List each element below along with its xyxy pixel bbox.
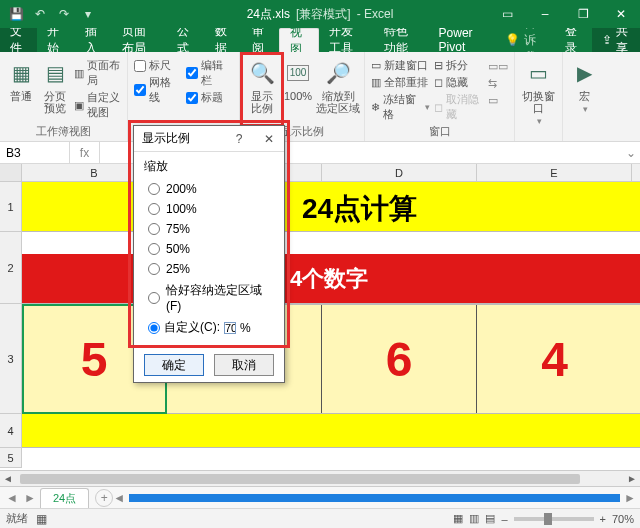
dialog-ok-button[interactable]: 确定 <box>144 354 204 376</box>
tab-data[interactable]: 数据 <box>205 28 242 52</box>
scroll-left-icon[interactable]: ◄ <box>0 471 16 486</box>
row-2[interactable]: 2 <box>0 232 22 304</box>
chk-gridlines[interactable]: 网格线 <box>134 75 182 105</box>
zoom-opt-25[interactable]: 25% <box>144 259 274 279</box>
close-button[interactable]: ✕ <box>602 0 640 28</box>
group-workbook-views: ▦普通 ▤分页 预览 ▥ 页面布局 ▣ 自定义视图 工作簿视图 <box>0 52 128 141</box>
view-pagelayout-button[interactable]: ▥ 页面布局 <box>74 58 121 88</box>
chk-headings[interactable]: 标题 <box>186 90 234 105</box>
fx-button[interactable]: fx <box>70 142 100 163</box>
chk-ruler[interactable]: 标尺 <box>134 58 182 73</box>
sheet-scrollbar[interactable] <box>129 494 620 502</box>
scroll-left-small[interactable]: ◄ <box>113 491 125 505</box>
macros-button[interactable]: ▶宏 <box>569 56 599 114</box>
tell-me[interactable]: 💡告诉我 <box>495 28 555 52</box>
group-window: ▭ 新建窗口 ▥ 全部重排 ❄ 冻结窗格 ⊟ 拆分 ◻ 隐藏 ◻ 取消隐藏 ▭▭… <box>365 52 515 141</box>
tab-formula[interactable]: 公式 <box>167 28 204 52</box>
row-4[interactable]: 4 <box>0 414 22 448</box>
dialog-titlebar[interactable]: 显示比例 ? ✕ <box>134 126 284 152</box>
maximize-button[interactable]: ❐ <box>564 0 602 28</box>
scroll-right-icon[interactable]: ► <box>624 471 640 486</box>
qat-more-icon[interactable]: ▾ <box>78 4 98 24</box>
formula-bar: B3 fx ⌄ <box>0 142 640 164</box>
zoom-opt-75[interactable]: 75% <box>144 219 274 239</box>
sheet-tab-1[interactable]: 24点 <box>40 488 89 508</box>
tab-file[interactable]: 文件 <box>0 28 37 52</box>
zoom-dialog: 显示比例 ? ✕ 缩放 200% 100% 75% 50% 25% 恰好容纳选定… <box>133 125 285 383</box>
doc-name: 24点.xls <box>247 6 290 23</box>
zoom-opt-custom[interactable]: 自定义(C): % <box>144 316 274 339</box>
tab-home[interactable]: 开始 <box>37 28 74 52</box>
dialog-cancel-button[interactable]: 取消 <box>214 354 274 376</box>
window-title: 24点.xls [兼容模式] - Excel <box>247 6 394 23</box>
zoom-100-button[interactable]: 100100% <box>282 56 314 114</box>
status-ready: 就绪 <box>6 511 28 526</box>
row-3[interactable]: 3 <box>0 304 22 414</box>
switch-window-button[interactable]: ▭切换窗口 <box>521 56 556 126</box>
zoom-opt-fit[interactable]: 恰好容纳选定区域(F) <box>144 279 274 316</box>
chk-formulabar[interactable]: 编辑栏 <box>186 58 234 88</box>
compat-mode: [兼容模式] <box>296 6 351 23</box>
group-label-window: 窗口 <box>371 124 508 141</box>
worksheet-grid[interactable]: 1 2 3 4 5 5 1 6 4 24点计算 4个数字 <box>0 182 640 470</box>
row-1[interactable]: 1 <box>0 182 22 232</box>
dialog-close-button[interactable]: ✕ <box>254 126 284 152</box>
name-box[interactable]: B3 <box>0 142 70 163</box>
view-pagelayout-icon[interactable]: ▥ <box>469 512 479 525</box>
split-button[interactable]: ⊟ 拆分 <box>434 58 484 73</box>
group-macros: ▶宏 <box>563 52 603 141</box>
ribbon-options-icon[interactable]: ▭ <box>488 0 526 28</box>
save-icon[interactable]: 💾 <box>6 4 26 24</box>
num-cell-4[interactable]: 4 <box>477 305 632 413</box>
zoom-out-button[interactable]: – <box>501 513 507 525</box>
scroll-right-small[interactable]: ► <box>624 491 636 505</box>
dialog-help-button[interactable]: ? <box>224 126 254 152</box>
zoom-opt-200[interactable]: 200% <box>144 179 274 199</box>
add-sheet-button[interactable]: + <box>95 489 113 507</box>
zoom-in-button[interactable]: + <box>600 513 606 525</box>
redo-icon[interactable]: ↷ <box>54 4 74 24</box>
zoom-button[interactable]: 🔍显示比例 <box>246 56 278 114</box>
tab-devtools[interactable]: 开发工具 <box>319 28 374 52</box>
view-side-icon-1[interactable]: ▭▭ <box>488 60 508 73</box>
hide-button[interactable]: ◻ 隐藏 <box>434 75 484 90</box>
freeze-panes-button[interactable]: ❄ 冻结窗格 <box>371 92 430 122</box>
scroll-thumb[interactable] <box>20 474 580 484</box>
horizontal-scrollbar[interactable]: ◄ ► <box>0 470 640 486</box>
sheet-nav[interactable]: ◄► <box>0 491 40 505</box>
view-normal-icon[interactable]: ▦ <box>453 512 463 525</box>
new-window-button[interactable]: ▭ 新建窗口 <box>371 58 430 73</box>
zoom-opt-100[interactable]: 100% <box>144 199 274 219</box>
tab-review[interactable]: 审阅 <box>242 28 279 52</box>
tab-special[interactable]: 特色功能 <box>374 28 429 52</box>
zoom-to-selection-button[interactable]: 🔎缩放到 选定区域 <box>318 56 358 114</box>
minimize-button[interactable]: – <box>526 0 564 28</box>
row-5[interactable]: 5 <box>0 448 22 468</box>
view-normal-button[interactable]: ▦普通 <box>6 56 36 120</box>
tab-view[interactable]: 视图 <box>279 28 318 52</box>
num-cell-3[interactable]: 6 <box>322 305 477 413</box>
col-e[interactable]: E <box>477 164 632 181</box>
view-side-icon-3[interactable]: ▭ <box>488 94 508 107</box>
view-side-icon-2[interactable]: ⇆ <box>488 77 508 90</box>
undo-icon[interactable]: ↶ <box>30 4 50 24</box>
sign-in[interactable]: 登录 <box>555 28 592 52</box>
view-pagebreak-icon[interactable]: ▤ <box>485 512 495 525</box>
view-pagebreak-button[interactable]: ▤分页 预览 <box>40 56 70 120</box>
tab-layout[interactable]: 页面布局 <box>112 28 167 52</box>
formula-expand-icon[interactable]: ⌄ <box>622 146 640 160</box>
select-all-corner[interactable] <box>0 164 22 181</box>
zoom-opt-50[interactable]: 50% <box>144 239 274 259</box>
sheet-tab-bar: ◄► 24点 + ◄ ► <box>0 486 640 508</box>
zoom-custom-input[interactable] <box>224 322 236 334</box>
zoom-slider[interactable] <box>514 517 594 521</box>
arrange-all-button[interactable]: ▥ 全部重排 <box>371 75 430 90</box>
share-button[interactable]: ⇪共享 <box>592 28 640 52</box>
col-d[interactable]: D <box>322 164 477 181</box>
app-name: - Excel <box>357 7 394 21</box>
view-customview-button[interactable]: ▣ 自定义视图 <box>74 90 121 120</box>
zoom-level[interactable]: 70% <box>612 513 634 525</box>
tab-powerpivot[interactable]: Power Pivot <box>429 28 496 52</box>
dialog-title: 显示比例 <box>142 130 190 147</box>
tab-insert[interactable]: 插入 <box>75 28 112 52</box>
